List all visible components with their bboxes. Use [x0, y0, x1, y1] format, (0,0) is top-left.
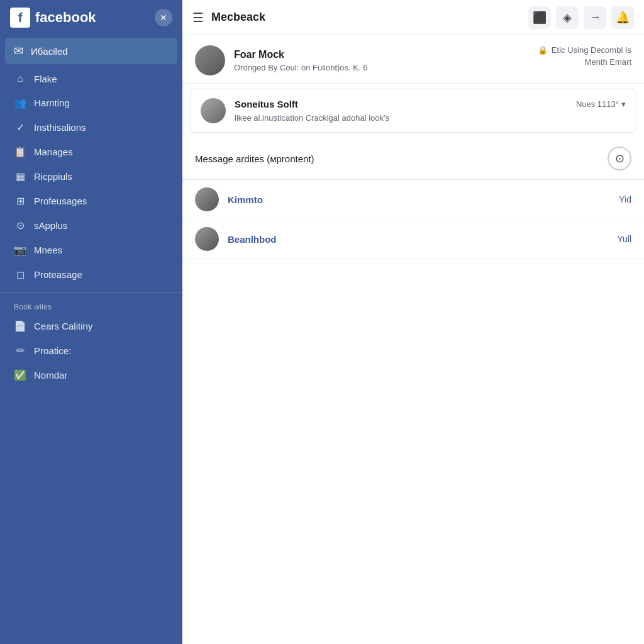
insthisalions-label: Insthisalions [34, 122, 86, 133]
sidebar-item-inbox[interactable]: ✉ Ибaciled [5, 38, 177, 64]
month-emart: Menth Emart [585, 57, 631, 67]
conv-date: Nues 1113° ▾ [576, 99, 626, 109]
topbar-right: ⬛ ◈ → 🔔 [528, 6, 634, 29]
close-button[interactable]: ✕ [155, 9, 172, 26]
sidebar-item-proteasage[interactable]: ◻ Proteasage [0, 262, 182, 287]
sapplus-label: sApplus [34, 220, 67, 231]
hamburger-button[interactable]: ☰ [192, 10, 204, 25]
message-camera-button[interactable]: ⊙ [608, 147, 631, 170]
circle-icon: ⊙ [14, 219, 26, 231]
topbar-notifications-button[interactable]: 🔔 [611, 6, 634, 29]
sidebar-item-profeusages[interactable]: ⊞ Profeusages [0, 189, 182, 213]
page-info-left: Foar Mock Oronged By Coul: on Fuliont)os… [195, 45, 367, 75]
page-name: Foar Mock [234, 49, 367, 60]
cears-label: Cears Calitiny [34, 321, 92, 331]
conversation-item[interactable]: Soneitus Solft Nues 1113° ▾ likee al.inu… [190, 89, 636, 133]
sidebar-item-harnting[interactable]: 👥 Harnting [0, 91, 182, 115]
proatice-label: Proatice: [34, 345, 71, 356]
sidebar-item-ricppiuls[interactable]: ▦ Ricppiuls [0, 164, 182, 189]
topbar-share-button[interactable]: → [584, 6, 606, 29]
lock-row: 🔒 Etic Using Decombl Is [538, 45, 631, 55]
message-list: Kimmto Yid Beanlhbod Yull [182, 180, 644, 644]
edit-icon: ✏ [14, 345, 26, 357]
lock-text: Etic Using Decombl Is [552, 45, 631, 55]
topbar-title: Mecbeack [211, 11, 265, 24]
sidebar-item-insthisalions[interactable]: ✓ Insthisalions [0, 115, 182, 140]
inbox-label: Ибaciled [31, 46, 68, 57]
check-icon: ✓ [14, 121, 26, 133]
sidebar-item-sapplus[interactable]: ⊙ sApplus [0, 213, 182, 238]
conversation-avatar [201, 98, 226, 123]
sidebar-section-label: Book wiles [0, 297, 182, 314]
fb-icon: f [10, 8, 30, 28]
page-info-text: Foar Mock Oronged By Coul: on Fuliont)os… [234, 49, 367, 72]
checkmark-icon: ✅ [14, 369, 26, 381]
harnting-label: Harnting [34, 97, 70, 108]
message-row[interactable]: Beanlhbod Yull [182, 219, 644, 259]
topbar-camera-button[interactable]: ⬛ [528, 6, 551, 29]
topbar-camera-icon: ⬛ [533, 11, 547, 25]
square-icon: ◻ [14, 269, 26, 280]
kimmto-name: Kimmto [228, 194, 619, 205]
facebook-wordmark: facebook [35, 9, 96, 26]
home-icon: ⌂ [14, 73, 26, 84]
list-icon: 📋 [14, 146, 26, 158]
profeusages-label: Profeusages [34, 196, 87, 206]
topbar: ☰ Mecbeack ⬛ ◈ → 🔔 [182, 0, 644, 35]
grid-icon: ▦ [14, 170, 26, 182]
facebook-logo: f facebook [10, 8, 96, 28]
sidebar-item-manages[interactable]: 📋 Manages [0, 140, 182, 164]
page-avatar-image [195, 45, 225, 75]
message-camera-icon: ⊙ [615, 152, 625, 165]
sidebar-header: f facebook ✕ [0, 0, 182, 35]
mnees-label: Mnees [34, 245, 62, 255]
message-section-header: Message ardites (мprontent) ⊙ [182, 138, 644, 180]
topbar-share-icon: → [589, 11, 601, 24]
kimmto-avatar [195, 187, 219, 211]
topbar-left: ☰ Mecbeack [192, 10, 265, 25]
doc-icon: 📄 [14, 320, 26, 332]
camera-icon: 📷 [14, 244, 26, 256]
people-icon: 👥 [14, 97, 26, 109]
topbar-layers-icon: ◈ [563, 11, 572, 25]
message-row[interactable]: Kimmto Yid [182, 180, 644, 219]
conv-sender-name: Soneitus Solft [235, 99, 298, 109]
conv-header: Soneitus Solft Nues 1113° ▾ [235, 99, 626, 109]
page-avatar [195, 45, 225, 75]
page-subtitle: Oronged By Coul: on Fuliont)os. K. 6 [234, 63, 367, 72]
beanlhbod-name: Beanlhbod [228, 234, 617, 245]
nomdar-label: Nomdar [34, 370, 67, 380]
ricppiuls-label: Ricppiuls [34, 171, 72, 182]
sidebar-divider [0, 292, 182, 292]
main-content: ☰ Mecbeack ⬛ ◈ → 🔔 Foar Mock [182, 0, 644, 644]
beanlhbod-action[interactable]: Yull [617, 234, 631, 244]
page-info-right: 🔒 Etic Using Decombl Is Menth Emart [538, 45, 631, 67]
sidebar-item-mnees[interactable]: 📷 Mnees [0, 238, 182, 262]
flake-label: Flake [34, 74, 57, 84]
apps-icon: ⊞ [14, 195, 26, 207]
message-section: Message ardites (мprontent) ⊙ Kimmto Yid… [182, 138, 644, 644]
kimmto-action[interactable]: Yid [619, 194, 631, 204]
conv-message-preview: likee al.inustication Crackigal adohal l… [235, 113, 626, 123]
page-info: Foar Mock Oronged By Coul: on Fuliont)os… [182, 35, 644, 84]
sidebar-item-flake[interactable]: ⌂ Flake [0, 67, 182, 91]
topbar-layers-button[interactable]: ◈ [556, 6, 579, 29]
sidebar-item-proatice[interactable]: ✏ Proatice: [0, 338, 182, 363]
sidebar-item-cears[interactable]: 📄 Cears Calitiny [0, 314, 182, 338]
sidebar: f facebook ✕ ✉ Ибaciled ⌂ Flake 👥 Harnti… [0, 0, 182, 644]
lock-icon: 🔒 [538, 45, 548, 55]
message-header-title: Message ardites (мprontent) [195, 153, 314, 164]
chevron-down-icon: ▾ [621, 99, 626, 109]
beanlhbod-avatar [195, 227, 219, 251]
topbar-notifications-icon: 🔔 [616, 11, 630, 25]
sidebar-item-nomdar[interactable]: ✅ Nomdar [0, 363, 182, 387]
proteasage-label: Proteasage [34, 269, 82, 280]
inbox-icon: ✉ [14, 44, 23, 58]
manages-label: Manages [34, 147, 73, 157]
